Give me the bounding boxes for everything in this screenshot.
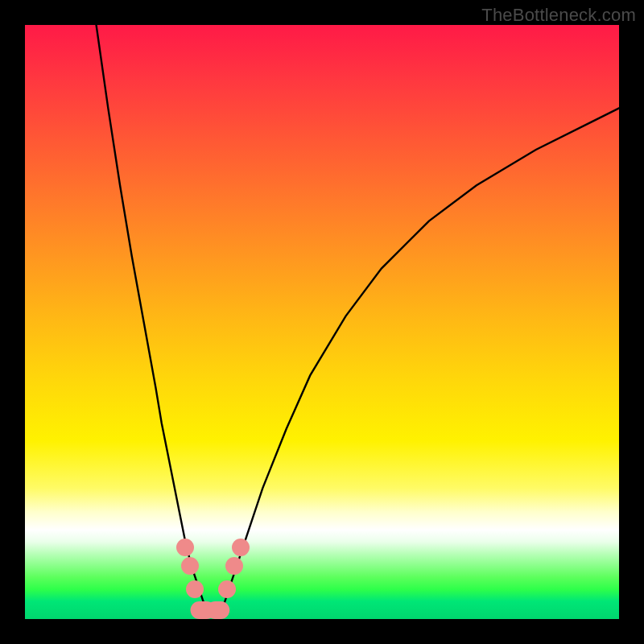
bottleneck-curve <box>25 25 619 619</box>
watermark-text: TheBottleneck.com <box>481 5 636 26</box>
